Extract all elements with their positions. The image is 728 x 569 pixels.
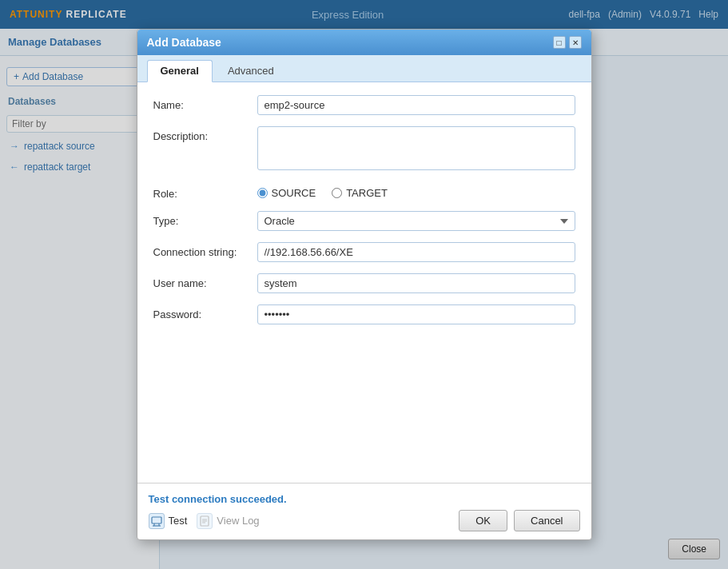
role-target-radio[interactable] bbox=[332, 188, 342, 198]
role-target-label[interactable]: TARGET bbox=[332, 187, 388, 199]
add-database-dialog: Add Database □ ✕ General Advanced Name: bbox=[137, 29, 592, 540]
footer-right-actions: OK Cancel bbox=[459, 510, 579, 531]
status-text: Test connection succeeded. bbox=[137, 490, 591, 507]
tabs-bar: General Advanced bbox=[137, 55, 591, 82]
test-label: Test bbox=[169, 515, 188, 527]
username-label: User name: bbox=[153, 273, 257, 289]
password-label: Password: bbox=[153, 304, 257, 320]
modal-overlay: Add Database □ ✕ General Advanced Name: bbox=[0, 0, 728, 569]
role-control: SOURCE TARGET bbox=[257, 184, 575, 199]
role-source-text: SOURCE bbox=[272, 187, 316, 199]
view-log-button[interactable]: View Log bbox=[197, 513, 259, 529]
role-source-radio[interactable] bbox=[257, 188, 268, 198]
form-row-role: Role: SOURCE TARGET bbox=[153, 184, 575, 200]
connection-input[interactable] bbox=[257, 242, 575, 262]
test-button[interactable]: Test bbox=[149, 513, 188, 529]
modal-body: General Advanced Name: Description: bbox=[137, 55, 591, 539]
footer-buttons-row: Test View Log OK Cancel bbox=[137, 507, 591, 539]
form-body: Name: Description: Role: bbox=[137, 82, 591, 348]
description-control bbox=[257, 126, 575, 173]
view-log-label: View Log bbox=[217, 515, 259, 527]
form-row-username: User name: bbox=[153, 273, 575, 293]
svg-rect-0 bbox=[152, 517, 161, 523]
form-row-description: Description: bbox=[153, 126, 575, 173]
role-label: Role: bbox=[153, 184, 257, 200]
form-spacer bbox=[137, 348, 591, 476]
modal-title-buttons: □ ✕ bbox=[553, 36, 582, 49]
type-label: Type: bbox=[153, 211, 257, 227]
form-row-name: Name: bbox=[153, 95, 575, 115]
connection-label: Connection string: bbox=[153, 242, 257, 258]
type-control: Oracle MySQL SQL Server PostgreSQL bbox=[257, 211, 575, 231]
name-control bbox=[257, 95, 575, 115]
connection-control bbox=[257, 242, 575, 262]
modal-title: Add Database bbox=[147, 36, 221, 49]
tab-advanced[interactable]: Advanced bbox=[214, 60, 288, 82]
username-input[interactable] bbox=[257, 273, 575, 293]
close-dialog-button[interactable]: ✕ bbox=[569, 36, 582, 49]
description-input[interactable] bbox=[257, 126, 575, 170]
maximize-button[interactable]: □ bbox=[553, 36, 566, 49]
description-label: Description: bbox=[153, 126, 257, 142]
form-row-type: Type: Oracle MySQL SQL Server PostgreSQL bbox=[153, 211, 575, 231]
footer-left-actions: Test View Log bbox=[149, 513, 459, 529]
tab-general[interactable]: General bbox=[147, 60, 213, 82]
test-icon bbox=[149, 513, 165, 529]
password-input[interactable] bbox=[257, 304, 575, 324]
form-row-password: Password: bbox=[153, 304, 575, 324]
view-log-icon bbox=[197, 513, 213, 529]
modal-titlebar: Add Database □ ✕ bbox=[137, 30, 591, 55]
name-label: Name: bbox=[153, 95, 257, 111]
role-source-label[interactable]: SOURCE bbox=[257, 187, 316, 199]
ok-button[interactable]: OK bbox=[459, 510, 507, 531]
name-input[interactable] bbox=[257, 95, 575, 115]
type-select[interactable]: Oracle MySQL SQL Server PostgreSQL bbox=[257, 211, 575, 231]
password-control bbox=[257, 304, 575, 324]
role-target-text: TARGET bbox=[346, 187, 388, 199]
username-control bbox=[257, 273, 575, 293]
cancel-button[interactable]: Cancel bbox=[514, 510, 579, 531]
form-row-connection: Connection string: bbox=[153, 242, 575, 262]
modal-divider bbox=[137, 483, 591, 483]
